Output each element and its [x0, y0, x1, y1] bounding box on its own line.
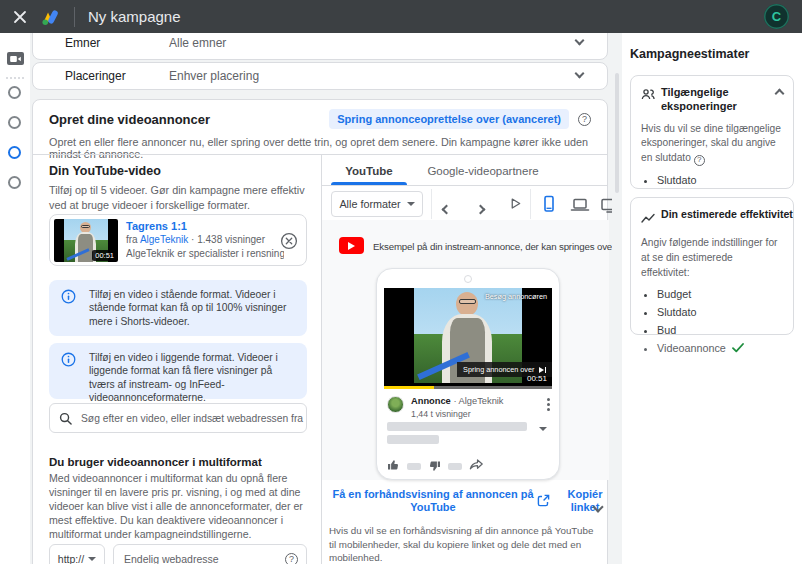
tab-youtube[interactable]: YouTube [331, 157, 407, 185]
skip-ad-creation-link[interactable]: Spring annonceoprettelse over (avanceret… [329, 109, 569, 129]
laptop-device-icon[interactable] [570, 198, 590, 216]
performance-requirement: Slutdato [657, 306, 783, 318]
video-thumbnail: 00:51 [54, 219, 118, 262]
ad-countdown: 00:51 [527, 374, 547, 383]
share-icon[interactable] [469, 457, 483, 475]
step-indicator-4[interactable] [8, 176, 21, 189]
chevron-down-icon[interactable] [575, 35, 585, 45]
performance-requirement: Bud [657, 324, 783, 336]
title-skeleton [387, 422, 527, 431]
url-protocol-value: http:// [58, 553, 84, 564]
campaign-estimates-panel: Kampagneestimater Tilgængelige eksponeri… [622, 33, 802, 564]
format-filter-dropdown[interactable]: Alle formater [331, 191, 423, 217]
google-ads-logo-icon [40, 8, 60, 26]
header-divider [33, 154, 607, 155]
new-campaign-window: Ny kampagne C Emner Alle emner Placering… [0, 0, 802, 564]
impressions-requirement: Slutdato [657, 174, 783, 186]
help-icon[interactable]: ? [285, 553, 298, 564]
video-campaign-icon[interactable] [7, 52, 24, 65]
ad-view-count: 1,44 t visninger [411, 409, 471, 419]
dropdown-arrow-icon [88, 557, 96, 561]
top-bar: Ny kampagne C [0, 0, 802, 33]
video-title-link[interactable]: Tagrens 1:1 [126, 220, 187, 232]
chevron-down-icon[interactable] [575, 69, 585, 79]
your-video-description: Tilføj op til 5 videoer. Gør din kampagn… [49, 183, 307, 213]
play-preview-icon[interactable] [509, 196, 522, 214]
estimated-performance-card: Din estimerede effektivitet Angiv følgen… [630, 197, 794, 335]
scrollbar-thumb[interactable] [615, 73, 619, 193]
external-link-icon[interactable] [536, 493, 551, 512]
url-protocol-select[interactable]: http:// [49, 544, 105, 564]
estimates-heading: Kampagneestimater [630, 47, 750, 61]
topics-label: Emner [65, 36, 169, 50]
tabs-divider [322, 185, 607, 186]
tab-google-video-partners[interactable]: Google-videopartnere [423, 157, 543, 185]
thumbs-up-icon[interactable] [387, 457, 400, 475]
search-icon [59, 412, 72, 425]
preview-on-youtube-link[interactable]: Få en forhåndsvisning af annoncen på You… [331, 488, 535, 514]
mobile-device-icon[interactable] [542, 195, 556, 217]
create-video-ads-card: Opret dine videoannoncer Spring annonceo… [32, 99, 608, 564]
help-icon[interactable]: ? [578, 113, 591, 126]
info-icon [61, 289, 76, 304]
format-filter-value: Alle formater [339, 198, 400, 210]
expand-caret-icon[interactable] [539, 431, 547, 449]
check-icon [732, 343, 744, 353]
step-indicator-2[interactable] [8, 116, 21, 129]
collapse-chevron-icon[interactable] [594, 497, 602, 515]
performance-card-text: Angiv følgende indstillinger for at se d… [641, 236, 783, 280]
phone-preview: Besøg annoncøren Spring annoncen over 00… [376, 268, 560, 480]
performance-requirement: Budget [657, 288, 783, 300]
landscape-infobox-text: Tilføj en video i liggende format. Video… [89, 352, 278, 403]
multiformat-heading: Du bruger videoannoncer i multiformat [49, 456, 262, 468]
channel-link[interactable]: AlgeTeknik [140, 234, 188, 245]
remove-video-icon[interactable] [280, 232, 298, 254]
available-impressions-card: Tilgængelige eksponeringer Hvis du vil s… [630, 75, 794, 189]
ad-meta-line: Annonce · AlgeTeknik [411, 396, 504, 406]
section-title: Opret dine videoannoncer [49, 112, 210, 127]
topics-row[interactable]: Emner Alle emner [32, 33, 608, 60]
video-snippet: AlgeTeknik er specialister i rensning o.… [126, 248, 284, 259]
portrait-infobox-text: Tilføj en video i stående format. Videoe… [89, 289, 286, 327]
more-options-icon[interactable] [547, 398, 550, 413]
next-format-icon[interactable] [477, 199, 484, 217]
video-duration-badge: 00:51 [92, 250, 117, 261]
video-byline: fra AlgeTeknik · 1.438 visninger [126, 234, 265, 245]
dropdown-arrow-icon [407, 202, 415, 206]
placements-label: Placeringer [65, 69, 169, 83]
phone-camera-dot [464, 275, 472, 283]
impressions-card-text: Hvis du vil se dine tilgængelige ekspone… [641, 122, 783, 166]
account-avatar[interactable]: C [764, 4, 789, 29]
placements-row[interactable]: Placeringer Enhver placering [32, 62, 608, 90]
close-icon[interactable] [13, 10, 27, 24]
audience-icon [641, 87, 655, 105]
toolbar-divider [431, 189, 432, 219]
topbar-divider [74, 7, 75, 27]
youtube-badge-icon [339, 237, 364, 254]
toolbar-divider [530, 189, 531, 219]
final-url-input[interactable] [122, 552, 285, 564]
tv-device-icon[interactable] [600, 198, 612, 217]
mobile-preview-footnote: Hvis du vil se en forhåndsvisning af din… [329, 524, 601, 564]
multiformat-text: Med videoannoncer i multiformat kan du o… [49, 472, 307, 542]
label-skeleton [407, 463, 421, 470]
selected-video-row: 00:51 Tagrens 1:1 fra AlgeTeknik · 1.438… [49, 214, 307, 266]
video-search-input[interactable] [79, 412, 306, 425]
video-search-box [49, 403, 307, 433]
example-caption: Eksempel på din instream-annonce, der ka… [373, 241, 612, 252]
thumbs-down-icon[interactable] [428, 460, 441, 473]
ad-video-player[interactable]: Besøg annoncøren Spring annoncen over 00… [384, 288, 552, 389]
channel-avatar[interactable] [387, 396, 404, 413]
step-indicator-1[interactable] [8, 86, 21, 99]
help-icon[interactable]: ? [694, 155, 705, 166]
placements-value: Enhver placering [169, 69, 259, 83]
previous-format-icon[interactable] [443, 199, 450, 217]
scrollbar-track[interactable] [612, 33, 622, 564]
chevron-up-icon[interactable] [775, 89, 785, 99]
progress-bar[interactable] [384, 386, 552, 389]
step-indicator-3-active[interactable] [8, 146, 21, 159]
final-url-field: ? [113, 544, 307, 564]
rail-divider [6, 77, 24, 79]
visit-advertiser-overlay[interactable]: Besøg annoncøren [485, 292, 547, 301]
your-video-heading: Din YouTube-video [49, 164, 161, 178]
